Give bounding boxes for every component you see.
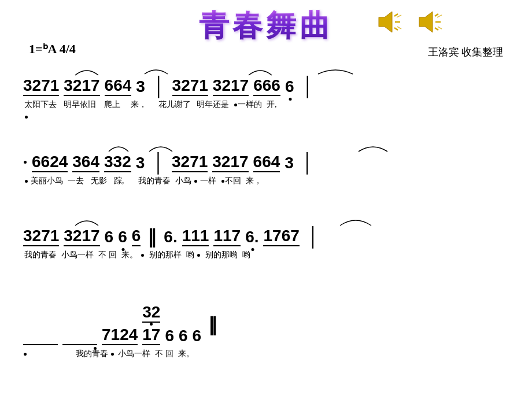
lyric: 来， (131, 99, 147, 110)
title-area: 青春舞曲 (0, 6, 532, 46)
lyric-dot (25, 180, 28, 183)
lyric: 来。 (178, 349, 194, 359)
note-segment: 6 (105, 228, 114, 246)
svg-marker-6 (419, 12, 433, 32)
note-3271b: 3271 (172, 76, 208, 96)
lyrics-row-3: 我的青春 小鸟一样 不 回 来。 别的那样 哟 别的那哟 哟 (23, 250, 509, 260)
music-row-2: 6624 364 332 3 │ 3271 3217 664 3 (23, 139, 509, 186)
note-segment (23, 326, 58, 345)
lyric: 哟 (242, 250, 250, 260)
speaker-icon-1[interactable] (376, 10, 405, 34)
held-note-1 (23, 326, 58, 345)
svg-line-10 (437, 15, 442, 17)
note-6dot2: 6. (245, 228, 258, 246)
note-3271: 3271 (23, 76, 59, 96)
note-segment: 3217 (64, 227, 99, 246)
note-3217b: 3217 (213, 76, 249, 96)
lyric: 一样的 (234, 99, 262, 110)
svg-line-4 (397, 15, 401, 17)
held-note-2 (62, 326, 97, 345)
svg-line-9 (435, 28, 438, 30)
note-segment (62, 326, 97, 345)
lyric: 我的青春 (76, 349, 108, 359)
note-6: 6 (285, 77, 294, 96)
notes-row-3: 3271 3217 6 6 6 ‖ 6. 111 117 (23, 213, 509, 246)
note-segment: 3217 (212, 153, 248, 172)
speaker-icon-2[interactable] (416, 10, 445, 34)
lyric: 不回 (221, 176, 241, 186)
note-6a: 6 (105, 228, 114, 246)
svg-line-7 (435, 14, 438, 16)
barline-end: │ (301, 153, 314, 172)
note-7124: 7124 (102, 326, 138, 345)
double-barline: ‖ (147, 227, 157, 246)
lyric-dot (234, 104, 237, 106)
composer-text: 王洛宾 收集整理 (428, 46, 504, 58)
note-segment: 3271 (172, 76, 208, 96)
note-332: 332 (104, 153, 131, 172)
lyric-dot (197, 254, 200, 257)
note-6f: 6 (179, 327, 188, 345)
note-segment: 6. (245, 228, 258, 246)
lyric: 无影 (91, 176, 107, 186)
lyric: 我的青春 (24, 250, 57, 260)
lyric: 开, (267, 99, 277, 110)
note-3: 3 (136, 77, 145, 96)
lyric-dot (141, 254, 144, 257)
rhythm-dot (24, 161, 27, 164)
music-row-3: 3271 3217 6 6 6 ‖ 6. 111 117 (23, 213, 509, 260)
double-barline-final: ‖ (208, 315, 217, 334)
note-segment: 364 (72, 153, 99, 172)
lyric: 一去 (68, 176, 84, 186)
note-segment: 3217 (142, 303, 160, 345)
barline-end: │ (301, 77, 314, 95)
note-6b: 6 (118, 228, 127, 246)
note-3217e: 32 (142, 303, 160, 323)
note-segment: 3217 (64, 76, 99, 96)
song-title: 青春舞曲 (199, 9, 333, 42)
note-3217c: 3217 (212, 153, 248, 172)
note-segment (23, 156, 27, 167)
note-segment: 666 (253, 76, 280, 96)
lyric: 小鸟一样 (61, 250, 94, 260)
note-3c: 3 (136, 154, 145, 172)
note-6e: 6 (165, 327, 174, 345)
svg-line-5 (397, 27, 401, 29)
lyric: 爬上 (104, 99, 120, 110)
note-segment: 117 (213, 227, 241, 246)
note-6624: 6624 (32, 153, 68, 172)
lyric: 明早依旧 (64, 99, 96, 110)
lyrics-row-2: 美丽小鸟 一去 无影 踪, 我的青春 小鸟一样 不回 来， (23, 176, 509, 186)
note-segment: 3 (136, 154, 145, 172)
notes-row-2: 6624 364 332 3 │ 3271 3217 664 3 (23, 139, 509, 172)
svg-line-11 (438, 27, 442, 29)
note-segment: 3217 (213, 76, 249, 96)
note-segment: 6 (132, 227, 141, 246)
rhythm-dot (251, 248, 254, 251)
note-segment: 6 (165, 327, 174, 345)
lyric: 小鸟一样 (118, 349, 150, 359)
note-segment: 6. (164, 228, 177, 246)
rhythm-dot (94, 347, 97, 350)
lyric: 太阳下去 (24, 99, 57, 110)
key-signature: 1=ᵇA 4/4 (29, 42, 76, 57)
lyrics-row-1: 太阳下去 明早依旧 爬上 来， 花儿谢了 明年还是 一样的 开, (23, 99, 509, 110)
lyric: 不 回 (98, 250, 117, 260)
music-row-4: 7124 3217 6 6 6 ‖ 我的青春 小鸟一样 不 回 来。 (23, 289, 509, 359)
music-row-1: 3271 3217 664 3 │ 3271 3217 666 6 (23, 62, 509, 121)
note-segment: 1767 (263, 227, 299, 246)
barline: │ (152, 77, 165, 95)
lyric: 小鸟 (175, 176, 191, 186)
lyric: 花儿谢了 (158, 99, 191, 110)
lyric: 别的那哟 (205, 250, 238, 260)
note-3271c: 3271 (172, 153, 208, 172)
note-segment: 3271 (23, 227, 59, 246)
note-segment: 664 (105, 76, 132, 96)
svg-line-3 (394, 28, 398, 30)
lyric-dot (24, 353, 27, 356)
note-segment: 664 (253, 153, 280, 172)
note-segment: 6 (179, 327, 188, 345)
note-segment: 3271 (23, 76, 59, 96)
note-6g: 6 (193, 327, 202, 345)
barline: │ (152, 153, 165, 172)
